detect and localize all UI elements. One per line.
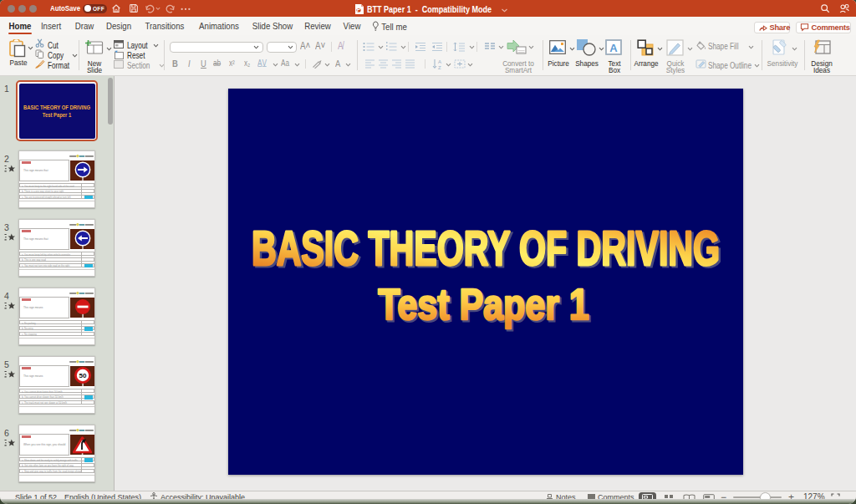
svg-text:P: P <box>357 7 361 13</box>
svg-text:50: 50 <box>79 371 86 379</box>
svg-text:Z: Z <box>438 65 441 70</box>
svg-text:BASIC THEORY OF DRIVING: BASIC THEORY OF DRIVING <box>252 221 720 275</box>
svg-text:A: A <box>438 59 441 64</box>
svg-text:Test Paper 1: Test Paper 1 <box>378 280 589 328</box>
svg-text:A: A <box>609 42 618 54</box>
